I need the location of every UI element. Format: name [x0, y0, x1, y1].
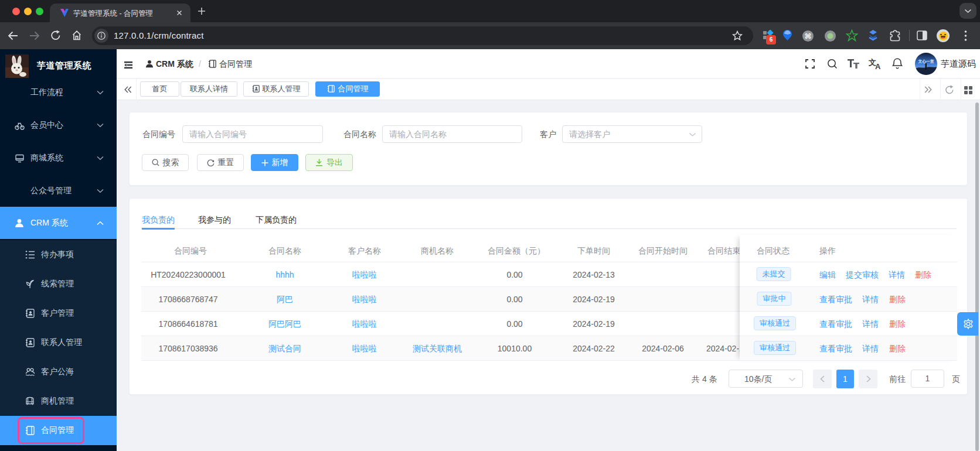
svg-text:⌘: ⌘ — [805, 32, 812, 40]
svg-text:文心一言: 文心一言 — [917, 59, 934, 64]
